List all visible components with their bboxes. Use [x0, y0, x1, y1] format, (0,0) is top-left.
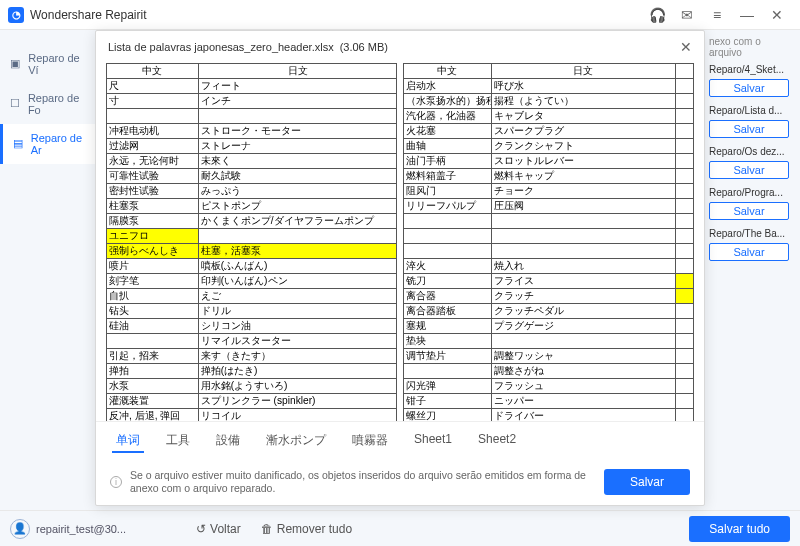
- file-card: Reparo/Progra...Salvar: [709, 187, 796, 220]
- sidebar: ▣ Reparo de Ví ☐ Reparo de Fo ▤ Reparo d…: [0, 30, 95, 510]
- remove-all-button[interactable]: 🗑Remover tudo: [261, 522, 352, 536]
- modal-filesize: (3.06 MB): [340, 41, 388, 53]
- file-path: Reparo/Progra...: [709, 187, 796, 198]
- preview-modal: Lista de palavras japonesas_zero_header.…: [95, 30, 705, 506]
- back-icon: ↺: [196, 522, 206, 536]
- modal-footer: i Se o arquivo estiver muito danificado,…: [96, 461, 704, 505]
- sheet-tab[interactable]: 单词: [112, 430, 144, 453]
- photo-icon: ☐: [10, 97, 22, 111]
- sheet-tab[interactable]: Sheet2: [474, 430, 520, 453]
- right-note: nexo com o arquivo: [709, 36, 796, 58]
- menu-icon[interactable]: ≡: [702, 7, 732, 23]
- file-path: Reparo/The Ba...: [709, 228, 796, 239]
- info-icon: i: [110, 476, 122, 488]
- sidebar-item-file[interactable]: ▤ Reparo de Ar: [0, 124, 95, 164]
- close-icon[interactable]: ✕: [762, 7, 792, 23]
- app-title: Wondershare Repairit: [30, 8, 642, 22]
- file-card: Reparo/4_Sket...Salvar: [709, 64, 796, 97]
- right-panel: nexo com o arquivo Reparo/4_Sket...Salva…: [705, 30, 800, 510]
- file-path: Reparo/Os dez...: [709, 146, 796, 157]
- modal-close-icon[interactable]: ✕: [680, 39, 692, 55]
- file-path: Reparo/4_Sket...: [709, 64, 796, 75]
- sheet-tab[interactable]: 漸水ポンプ: [262, 430, 330, 453]
- file-card: Reparo/The Ba...Salvar: [709, 228, 796, 261]
- sheet-tab[interactable]: 設備: [212, 430, 244, 453]
- file-card: Reparo/Os dez...Salvar: [709, 146, 796, 179]
- sidebar-item-photo[interactable]: ☐ Reparo de Fo: [0, 84, 95, 124]
- file-save-button[interactable]: Salvar: [709, 202, 789, 220]
- save-all-button[interactable]: Salvar tudo: [689, 516, 790, 542]
- modal-header: Lista de palavras japonesas_zero_header.…: [96, 31, 704, 63]
- bottom-bar: 👤 repairit_test@30... ↺Voltar 🗑Remover t…: [0, 510, 800, 546]
- file-card: Reparo/Lista d...Salvar: [709, 105, 796, 138]
- user-email[interactable]: repairit_test@30...: [36, 523, 126, 535]
- file-save-button[interactable]: Salvar: [709, 161, 789, 179]
- sheet-tab[interactable]: Sheet1: [410, 430, 456, 453]
- spreadsheet-table: 中文日文中文日文尺フィート启动水呼び水寸インチ（水泵扬水的）扬程揚程（ようてい）…: [106, 63, 694, 421]
- avatar[interactable]: 👤: [10, 519, 30, 539]
- mail-icon[interactable]: ✉: [672, 7, 702, 23]
- sidebar-item-label: Reparo de Ví: [28, 52, 85, 76]
- file-path: Reparo/Lista d...: [709, 105, 796, 116]
- sidebar-item-label: Reparo de Fo: [28, 92, 85, 116]
- trash-icon: 🗑: [261, 522, 273, 536]
- minimize-icon[interactable]: —: [732, 7, 762, 23]
- footer-message: Se o arquivo estiver muito danificado, o…: [130, 469, 596, 495]
- back-button[interactable]: ↺Voltar: [196, 522, 241, 536]
- modal-filename: Lista de palavras japonesas_zero_header.…: [108, 41, 334, 53]
- headset-icon[interactable]: 🎧: [642, 7, 672, 23]
- titlebar: ◔ Wondershare Repairit 🎧 ✉ ≡ — ✕: [0, 0, 800, 30]
- sheet-tabs: 单词工具設備漸水ポンプ噴霧器Sheet1Sheet2: [96, 421, 704, 461]
- sidebar-item-video[interactable]: ▣ Reparo de Ví: [0, 44, 95, 84]
- spreadsheet-view: 中文日文中文日文尺フィート启动水呼び水寸インチ（水泵扬水的）扬程揚程（ようてい）…: [96, 63, 704, 421]
- video-icon: ▣: [10, 57, 22, 71]
- file-save-button[interactable]: Salvar: [709, 79, 789, 97]
- sheet-tab[interactable]: 噴霧器: [348, 430, 392, 453]
- modal-save-button[interactable]: Salvar: [604, 469, 690, 495]
- file-save-button[interactable]: Salvar: [709, 120, 789, 138]
- sheet-tab[interactable]: 工具: [162, 430, 194, 453]
- file-icon: ▤: [13, 137, 25, 151]
- app-logo: ◔: [8, 7, 24, 23]
- file-save-button[interactable]: Salvar: [709, 243, 789, 261]
- sidebar-item-label: Reparo de Ar: [31, 132, 85, 156]
